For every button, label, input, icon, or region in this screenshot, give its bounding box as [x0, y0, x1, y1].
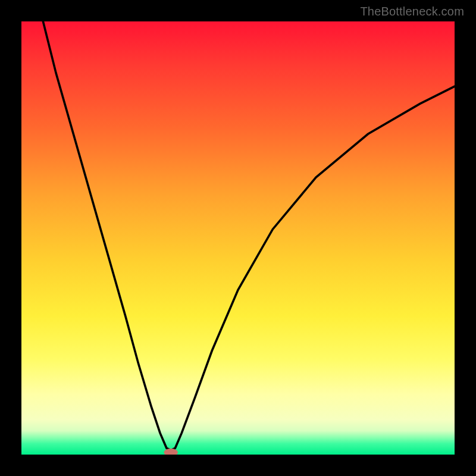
bottleneck-optimal-marker: [164, 449, 178, 455]
chart-frame: TheBottleneck.com: [0, 0, 476, 476]
plot-area: [21, 21, 455, 455]
curve-layer: [21, 21, 455, 455]
bottleneck-curve: [43, 21, 455, 450]
attribution-label: TheBottleneck.com: [360, 5, 464, 18]
